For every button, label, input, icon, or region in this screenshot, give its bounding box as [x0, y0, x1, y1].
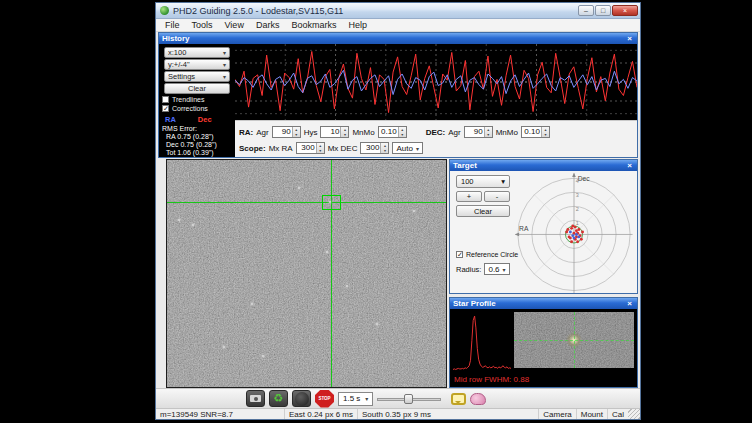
feedback-bubble-icon[interactable]	[451, 393, 466, 405]
corrections-checkbox[interactable]: ✓	[162, 105, 169, 112]
guide-parameter-controls: RA: Agr 90 ▴▾ Hys 10 ▴▾ MnMo	[235, 120, 637, 157]
menu-help[interactable]: Help	[342, 20, 373, 30]
target-close-icon[interactable]: ×	[625, 161, 634, 171]
scope-parameter-row: Scope: Mx RA 300 ▴▾ Mx DEC 300 ▴▾	[239, 140, 633, 156]
graph-clear-button[interactable]: Clear	[164, 83, 230, 94]
guide-position-dot	[574, 226, 577, 229]
exposure-duration-select[interactable]: 1.5 s ▾	[338, 392, 373, 406]
trendlines-row[interactable]: Trendlines	[162, 96, 232, 103]
dec-minmove-label: MnMo	[496, 128, 518, 137]
dec-guide-mode-select[interactable]: Auto ▾	[392, 142, 422, 154]
close-button[interactable]: ×	[612, 5, 638, 16]
dec-axis-arrow-icon	[572, 173, 576, 177]
target-zoom-value: 100	[461, 177, 474, 186]
check-icon: ✓	[457, 251, 463, 258]
target-body: 100 ▾ + - Clear ✓ Reference Circle Radiu…	[450, 171, 637, 293]
menu-bookmarks[interactable]: Bookmarks	[285, 20, 342, 30]
dec-group-label: DEC:	[426, 128, 446, 137]
max-dec-label: Mx DEC	[328, 144, 358, 153]
guide-camera-image[interactable]	[166, 159, 447, 388]
profile-trace	[453, 316, 511, 370]
window-titlebar[interactable]: PHD2 Guiding 2.5.0 - Lodestar,SV115,G11 …	[156, 3, 640, 19]
noise-texture	[167, 160, 446, 387]
dropdown-icon: ▾	[416, 145, 419, 152]
star-closeup-image	[514, 312, 634, 368]
dropdown-icon: ▾	[223, 49, 226, 56]
graph-height-button[interactable]: y:+/-4" ▾	[164, 59, 230, 70]
ra-minmove-label: MnMo	[352, 128, 374, 137]
target-zoom-select[interactable]: 100 ▾	[456, 175, 510, 188]
reference-circle-row[interactable]: ✓ Reference Circle	[456, 251, 518, 258]
ra-hysteresis-label: Hys	[304, 128, 318, 137]
ra-hysteresis-spinner[interactable]: 10 ▴▾	[320, 126, 349, 138]
radius-value: 0.6	[488, 265, 499, 274]
menu-file[interactable]: File	[159, 20, 186, 30]
guide-target-icon	[295, 392, 309, 406]
slider-thumb[interactable]	[404, 394, 413, 404]
ra-correction-readout: East 0.24 px 6 ms	[284, 409, 357, 419]
max-ra-spinner[interactable]: 300 ▴▾	[296, 142, 325, 154]
resize-grip[interactable]	[628, 409, 640, 419]
spinner-arrows-icon[interactable]: ▴▾	[484, 127, 492, 137]
dec-minmove-spinner[interactable]: 0.10 ▴▾	[521, 126, 550, 138]
guiding-history-graph	[235, 44, 637, 120]
history-panel-titlebar[interactable]: History ×	[159, 33, 637, 44]
ra-aggression-spinner[interactable]: 90 ▴▾	[272, 126, 301, 138]
trendlines-checkbox[interactable]	[162, 96, 169, 103]
target-panel-titlebar[interactable]: Target ×	[450, 160, 637, 171]
menu-tools[interactable]: Tools	[186, 20, 219, 30]
history-close-icon[interactable]: ×	[625, 34, 634, 44]
stop-button[interactable]: STOP	[315, 390, 334, 408]
ra-axis-arrow-icon	[515, 233, 519, 237]
dropdown-icon: ▾	[501, 177, 505, 186]
guide-button[interactable]	[292, 390, 311, 407]
dec-aggression-spinner[interactable]: 90 ▴▾	[464, 126, 493, 138]
spinner-arrows-icon[interactable]: ▴▾	[398, 127, 406, 137]
dec-aggression-value: 90	[465, 127, 484, 137]
screen-stretch-slider[interactable]	[377, 392, 441, 406]
guide-position-dot	[570, 240, 573, 243]
target-zoom-out-button[interactable]: -	[484, 191, 510, 202]
graph-settings-button[interactable]: Settings ▾	[164, 71, 230, 82]
menu-bar: File Tools View Darks Bookmarks Help	[156, 19, 640, 32]
target-clear-button[interactable]: Clear	[456, 205, 510, 217]
main-toolbar: ♻ STOP 1.5 s ▾	[156, 388, 640, 408]
minimize-button[interactable]: –	[578, 5, 594, 16]
field-star	[251, 303, 253, 305]
ra-minmove-value: 0.10	[379, 127, 398, 137]
max-dec-spinner[interactable]: 300 ▴▾	[360, 142, 389, 154]
corrections-row[interactable]: ✓ Corrections	[162, 105, 232, 112]
target-zoom-buttons: + -	[456, 191, 510, 202]
guide-position-dot	[573, 237, 576, 240]
spinner-arrows-icon[interactable]: ▴▾	[340, 127, 348, 137]
reference-circle-label: Reference Circle	[466, 251, 518, 258]
spinner-arrows-icon[interactable]: ▴▾	[316, 143, 324, 153]
camera-setup-button[interactable]	[246, 390, 265, 407]
history-graph-svg	[235, 44, 637, 120]
reference-circle-checkbox[interactable]: ✓	[456, 251, 463, 258]
dec-correction-readout: South 0.35 px 9 ms	[357, 409, 435, 419]
dec-minmove-value: 0.10	[522, 127, 541, 137]
spinner-arrows-icon[interactable]: ▴▾	[380, 143, 388, 153]
loop-icon: ♻	[274, 393, 284, 404]
target-zoom-in-button[interactable]: +	[456, 191, 482, 202]
advanced-settings-brain-button[interactable]	[470, 393, 486, 405]
graph-length-button[interactable]: x:100 ▾	[164, 47, 230, 58]
maximize-button[interactable]: □	[595, 5, 611, 16]
menu-darks[interactable]: Darks	[250, 20, 286, 30]
radius-label: Radius:	[456, 265, 481, 274]
star-profile-titlebar[interactable]: Star Profile ×	[450, 298, 637, 309]
ra-aggression-label: Agr	[256, 128, 268, 137]
ra-dec-parameter-row: RA: Agr 90 ▴▾ Hys 10 ▴▾ MnMo	[239, 124, 633, 140]
loop-exposures-button[interactable]: ♻	[269, 390, 288, 407]
ra-minmove-spinner[interactable]: 0.10 ▴▾	[378, 126, 407, 138]
menu-view[interactable]: View	[219, 20, 250, 30]
star-profile-close-icon[interactable]: ×	[625, 299, 634, 309]
dropdown-icon: ▾	[223, 61, 226, 68]
spinner-arrows-icon[interactable]: ▴▾	[292, 127, 300, 137]
radius-select[interactable]: 0.6 ▾	[484, 263, 509, 275]
legend-ra: RA	[165, 115, 176, 124]
window-controls: – □ ×	[578, 5, 638, 16]
dropdown-icon: ▾	[365, 395, 368, 402]
spinner-arrows-icon[interactable]: ▴▾	[541, 127, 549, 137]
